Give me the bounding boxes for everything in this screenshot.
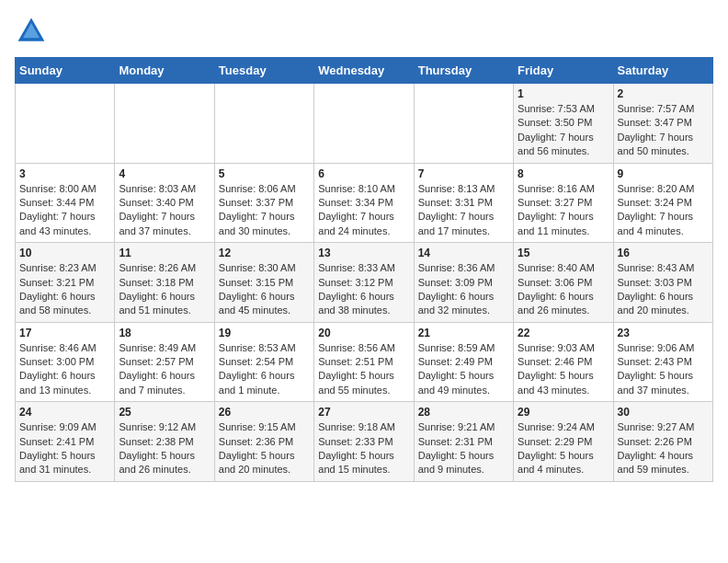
calendar-cell-w1d0: 3Sunrise: 8:00 AM Sunset: 3:44 PM Daylig…	[16, 163, 115, 243]
calendar-cell-w1d5: 8Sunrise: 8:16 AM Sunset: 3:27 PM Daylig…	[514, 163, 613, 243]
day-info: Sunrise: 9:15 AM Sunset: 2:36 PM Dayligh…	[219, 420, 310, 477]
day-number: 8	[518, 167, 609, 180]
calendar-cell-w4d2: 26Sunrise: 9:15 AM Sunset: 2:36 PM Dayli…	[214, 402, 313, 482]
day-info: Sunrise: 8:33 AM Sunset: 3:12 PM Dayligh…	[318, 261, 409, 318]
calendar-cell-w2d6: 16Sunrise: 8:43 AM Sunset: 3:03 PM Dayli…	[613, 243, 712, 323]
day-number: 12	[219, 247, 310, 259]
calendar-cell-w4d1: 25Sunrise: 9:12 AM Sunset: 2:38 PM Dayli…	[115, 402, 214, 482]
day-info: Sunrise: 8:03 AM Sunset: 3:40 PM Dayligh…	[119, 182, 210, 239]
day-info: Sunrise: 8:00 AM Sunset: 3:44 PM Dayligh…	[19, 182, 110, 239]
logo-icon	[15, 15, 48, 48]
day-info: Sunrise: 8:26 AM Sunset: 3:18 PM Dayligh…	[119, 261, 210, 318]
day-number: 23	[618, 327, 709, 339]
weekday-header-tuesday: Tuesday	[214, 58, 313, 84]
day-info: Sunrise: 7:53 AM Sunset: 3:50 PM Dayligh…	[518, 102, 609, 159]
calendar-cell-w2d3: 13Sunrise: 8:33 AM Sunset: 3:12 PM Dayli…	[314, 243, 414, 323]
day-info: Sunrise: 8:46 AM Sunset: 3:00 PM Dayligh…	[19, 341, 110, 398]
day-number: 26	[219, 406, 310, 419]
day-number: 13	[318, 247, 409, 259]
calendar-cell-w3d0: 17Sunrise: 8:46 AM Sunset: 3:00 PM Dayli…	[16, 322, 115, 402]
calendar-cell-w0d1	[115, 84, 214, 164]
calendar-cell-w3d3: 20Sunrise: 8:56 AM Sunset: 2:51 PM Dayli…	[314, 322, 414, 402]
day-info: Sunrise: 8:56 AM Sunset: 2:51 PM Dayligh…	[318, 341, 409, 398]
day-info: Sunrise: 8:16 AM Sunset: 3:27 PM Dayligh…	[518, 182, 609, 239]
day-number: 29	[518, 406, 609, 419]
weekday-header-saturday: Saturday	[613, 58, 712, 84]
day-number: 20	[318, 327, 409, 339]
day-number: 18	[119, 327, 210, 339]
day-info: Sunrise: 8:49 AM Sunset: 2:57 PM Dayligh…	[119, 341, 210, 398]
calendar-cell-w0d2	[214, 84, 313, 164]
calendar-cell-w3d2: 19Sunrise: 8:53 AM Sunset: 2:54 PM Dayli…	[214, 322, 313, 402]
day-number: 19	[219, 327, 310, 339]
calendar-cell-w0d0	[16, 84, 115, 164]
day-number: 7	[418, 167, 509, 180]
day-info: Sunrise: 9:03 AM Sunset: 2:46 PM Dayligh…	[518, 341, 609, 398]
logo	[15, 15, 51, 48]
calendar-cell-w3d5: 22Sunrise: 9:03 AM Sunset: 2:46 PM Dayli…	[514, 322, 613, 402]
calendar-cell-w0d4	[414, 84, 513, 164]
day-info: Sunrise: 8:36 AM Sunset: 3:09 PM Dayligh…	[418, 261, 509, 318]
day-number: 14	[418, 247, 509, 259]
day-number: 21	[418, 327, 509, 339]
day-number: 3	[19, 167, 110, 180]
calendar-cell-w1d1: 4Sunrise: 8:03 AM Sunset: 3:40 PM Daylig…	[115, 163, 214, 243]
day-info: Sunrise: 9:12 AM Sunset: 2:38 PM Dayligh…	[119, 420, 210, 477]
weekday-header-friday: Friday	[514, 58, 613, 84]
calendar-cell-w0d5: 1Sunrise: 7:53 AM Sunset: 3:50 PM Daylig…	[514, 84, 613, 164]
calendar-cell-w2d2: 12Sunrise: 8:30 AM Sunset: 3:15 PM Dayli…	[214, 243, 313, 323]
calendar-cell-w0d6: 2Sunrise: 7:57 AM Sunset: 3:47 PM Daylig…	[613, 84, 712, 164]
calendar-cell-w1d4: 7Sunrise: 8:13 AM Sunset: 3:31 PM Daylig…	[414, 163, 513, 243]
calendar-cell-w1d6: 9Sunrise: 8:20 AM Sunset: 3:24 PM Daylig…	[613, 163, 712, 243]
day-info: Sunrise: 8:30 AM Sunset: 3:15 PM Dayligh…	[219, 261, 310, 318]
header	[15, 15, 713, 48]
weekday-header-wednesday: Wednesday	[314, 58, 414, 84]
day-info: Sunrise: 8:53 AM Sunset: 2:54 PM Dayligh…	[219, 341, 310, 398]
calendar-cell-w3d6: 23Sunrise: 9:06 AM Sunset: 2:43 PM Dayli…	[613, 322, 712, 402]
calendar-cell-w4d6: 30Sunrise: 9:27 AM Sunset: 2:26 PM Dayli…	[613, 402, 712, 482]
calendar-cell-w1d3: 6Sunrise: 8:10 AM Sunset: 3:34 PM Daylig…	[314, 163, 414, 243]
weekday-header-thursday: Thursday	[414, 58, 513, 84]
calendar-cell-w3d1: 18Sunrise: 8:49 AM Sunset: 2:57 PM Dayli…	[115, 322, 214, 402]
day-number: 25	[119, 406, 210, 419]
calendar-cell-w0d3	[314, 84, 414, 164]
calendar-cell-w2d0: 10Sunrise: 8:23 AM Sunset: 3:21 PM Dayli…	[16, 243, 115, 323]
day-info: Sunrise: 9:06 AM Sunset: 2:43 PM Dayligh…	[618, 341, 709, 398]
day-info: Sunrise: 8:06 AM Sunset: 3:37 PM Dayligh…	[219, 182, 310, 239]
calendar-cell-w2d1: 11Sunrise: 8:26 AM Sunset: 3:18 PM Dayli…	[115, 243, 214, 323]
day-number: 17	[19, 327, 110, 339]
calendar-table: SundayMondayTuesdayWednesdayThursdayFrid…	[15, 57, 713, 482]
day-number: 6	[318, 167, 409, 180]
day-number: 1	[518, 87, 609, 100]
day-info: Sunrise: 8:59 AM Sunset: 2:49 PM Dayligh…	[418, 341, 509, 398]
day-info: Sunrise: 8:40 AM Sunset: 3:06 PM Dayligh…	[518, 261, 609, 318]
calendar-cell-w3d4: 21Sunrise: 8:59 AM Sunset: 2:49 PM Dayli…	[414, 322, 513, 402]
day-number: 22	[518, 327, 609, 339]
weekday-header-sunday: Sunday	[16, 58, 115, 84]
calendar-cell-w4d3: 27Sunrise: 9:18 AM Sunset: 2:33 PM Dayli…	[314, 402, 414, 482]
day-number: 27	[318, 406, 409, 419]
calendar-cell-w1d2: 5Sunrise: 8:06 AM Sunset: 3:37 PM Daylig…	[214, 163, 313, 243]
calendar-cell-w4d5: 29Sunrise: 9:24 AM Sunset: 2:29 PM Dayli…	[514, 402, 613, 482]
day-info: Sunrise: 9:27 AM Sunset: 2:26 PM Dayligh…	[618, 420, 709, 477]
day-info: Sunrise: 9:18 AM Sunset: 2:33 PM Dayligh…	[318, 420, 409, 477]
calendar-cell-w2d4: 14Sunrise: 8:36 AM Sunset: 3:09 PM Dayli…	[414, 243, 513, 323]
day-number: 4	[119, 167, 210, 180]
day-info: Sunrise: 8:43 AM Sunset: 3:03 PM Dayligh…	[618, 261, 709, 318]
day-number: 15	[518, 247, 609, 259]
day-number: 11	[119, 247, 210, 259]
day-info: Sunrise: 9:21 AM Sunset: 2:31 PM Dayligh…	[418, 420, 509, 477]
calendar-cell-w2d5: 15Sunrise: 8:40 AM Sunset: 3:06 PM Dayli…	[514, 243, 613, 323]
day-number: 30	[618, 406, 709, 419]
day-info: Sunrise: 8:13 AM Sunset: 3:31 PM Dayligh…	[418, 182, 509, 239]
day-number: 28	[418, 406, 509, 419]
calendar-cell-w4d4: 28Sunrise: 9:21 AM Sunset: 2:31 PM Dayli…	[414, 402, 513, 482]
day-number: 5	[219, 167, 310, 180]
day-number: 16	[618, 247, 709, 259]
day-info: Sunrise: 8:20 AM Sunset: 3:24 PM Dayligh…	[618, 182, 709, 239]
day-number: 2	[618, 87, 709, 100]
day-number: 10	[19, 247, 110, 259]
day-info: Sunrise: 8:23 AM Sunset: 3:21 PM Dayligh…	[19, 261, 110, 318]
day-info: Sunrise: 9:09 AM Sunset: 2:41 PM Dayligh…	[19, 420, 110, 477]
day-info: Sunrise: 9:24 AM Sunset: 2:29 PM Dayligh…	[518, 420, 609, 477]
